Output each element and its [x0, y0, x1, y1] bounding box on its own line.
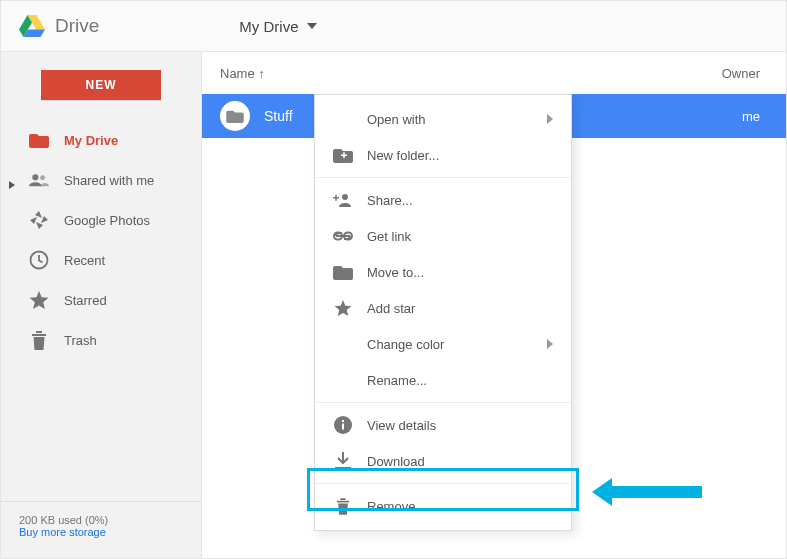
trash-icon [333, 497, 353, 515]
chevron-right-icon [547, 114, 553, 124]
menu-rename[interactable]: Rename... [315, 362, 571, 398]
people-icon [29, 170, 49, 190]
file-name: Stuff [264, 108, 293, 124]
sidebar-item-label: Google Photos [64, 213, 150, 228]
menu-download[interactable]: Download [315, 443, 571, 479]
sort-up-icon: ↑ [258, 66, 265, 81]
storage-info: 200 KB used (0%) Buy more storage [1, 501, 201, 550]
new-folder-icon [333, 147, 353, 163]
svg-point-8 [342, 194, 348, 200]
svg-rect-7 [343, 152, 345, 158]
column-name[interactable]: Name ↑ [220, 66, 265, 81]
sidebar-item-shared[interactable]: Shared with me [1, 160, 201, 200]
menu-divider [315, 177, 571, 178]
sidebar: NEW My Drive Shared with me Google Photo… [1, 52, 202, 559]
content-area: Name ↑ Owner Stuff me Open with New fold… [202, 52, 786, 559]
star-icon [29, 290, 49, 310]
info-icon [333, 416, 353, 434]
folder-badge [220, 101, 250, 131]
star-icon [333, 300, 353, 317]
buy-storage-link[interactable]: Buy more storage [19, 526, 106, 538]
svg-point-3 [32, 174, 38, 180]
folder-icon [29, 130, 49, 150]
download-icon [333, 452, 353, 470]
chevron-right-icon [547, 339, 553, 349]
trash-icon [29, 330, 49, 350]
menu-label: View details [367, 418, 436, 433]
breadcrumb-my-drive[interactable]: My Drive [239, 18, 316, 35]
breadcrumb-toolbar: My Drive [99, 18, 316, 35]
menu-change-color[interactable]: Change color [315, 326, 571, 362]
file-owner: me [742, 109, 768, 124]
menu-label: Get link [367, 229, 411, 244]
caret-right-icon [9, 181, 15, 189]
menu-label: Change color [367, 337, 444, 352]
chevron-down-icon [307, 23, 317, 29]
svg-rect-17 [335, 467, 351, 470]
menu-label: Share... [367, 193, 413, 208]
menu-add-star[interactable]: Add star [315, 290, 571, 326]
menu-view-details[interactable]: View details [315, 407, 571, 443]
sidebar-item-label: My Drive [64, 133, 118, 148]
menu-label: Open with [367, 112, 426, 127]
menu-label: Rename... [367, 373, 427, 388]
app-title: Drive [55, 15, 99, 37]
column-headers: Name ↑ Owner [202, 52, 786, 94]
sidebar-item-recent[interactable]: Recent [1, 240, 201, 280]
menu-new-folder[interactable]: New folder... [315, 137, 571, 173]
context-menu: Open with New folder... Share... Get lin… [314, 94, 572, 531]
menu-label: Add star [367, 301, 415, 316]
sidebar-item-my-drive[interactable]: My Drive [1, 120, 201, 160]
sidebar-item-label: Recent [64, 253, 105, 268]
menu-share[interactable]: Share... [315, 182, 571, 218]
clock-icon [29, 250, 49, 270]
link-icon [333, 231, 353, 241]
photos-icon [29, 210, 49, 230]
svg-rect-16 [342, 420, 344, 422]
sidebar-item-photos[interactable]: Google Photos [1, 200, 201, 240]
annotation-arrow-icon [592, 478, 702, 506]
column-owner[interactable]: Owner [722, 66, 768, 81]
logo-area[interactable]: Drive [19, 15, 99, 37]
menu-label: New folder... [367, 148, 439, 163]
sidebar-item-label: Trash [64, 333, 97, 348]
new-button[interactable]: NEW [41, 70, 161, 100]
menu-remove[interactable]: Remove [315, 488, 571, 524]
main-area: NEW My Drive Shared with me Google Photo… [1, 52, 786, 559]
menu-divider [315, 402, 571, 403]
menu-get-link[interactable]: Get link [315, 218, 571, 254]
header-bar: Drive My Drive [1, 1, 786, 52]
drive-logo-icon [19, 15, 45, 37]
menu-divider [315, 483, 571, 484]
menu-label: Remove [367, 499, 415, 514]
breadcrumb-label: My Drive [239, 18, 298, 35]
sidebar-item-starred[interactable]: Starred [1, 280, 201, 320]
menu-label: Download [367, 454, 425, 469]
share-icon [333, 193, 353, 207]
menu-move-to[interactable]: Move to... [315, 254, 571, 290]
menu-open-with[interactable]: Open with [315, 101, 571, 137]
svg-rect-10 [335, 195, 337, 201]
sidebar-item-trash[interactable]: Trash [1, 320, 201, 360]
folder-icon [333, 264, 353, 280]
storage-used-text: 200 KB used (0%) [19, 514, 183, 526]
menu-label: Move to... [367, 265, 424, 280]
svg-rect-15 [342, 424, 344, 430]
sidebar-item-label: Shared with me [64, 173, 154, 188]
svg-point-4 [40, 175, 45, 180]
sidebar-item-label: Starred [64, 293, 107, 308]
sidebar-nav: My Drive Shared with me Google Photos Re… [1, 120, 201, 360]
